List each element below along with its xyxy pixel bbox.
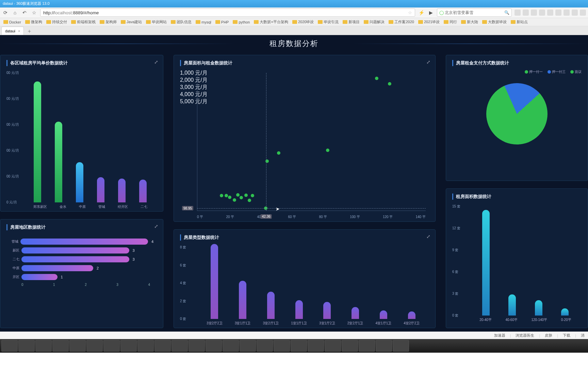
bookmark-item[interactable]: 大数据毕设	[481, 19, 508, 25]
bookmark-item[interactable]: 同行	[442, 19, 458, 25]
bookmark-item[interactable]: 新项目	[341, 19, 361, 25]
bar[interactable]	[118, 179, 126, 202]
ext-icon[interactable]	[539, 10, 545, 16]
search-input[interactable]: ◯ 北京初雪变暴雪 🔍	[437, 9, 512, 17]
bar[interactable]	[139, 180, 147, 202]
scatter-point[interactable]	[236, 193, 240, 197]
status-item[interactable]: 清	[581, 333, 585, 338]
bookmark-star-icon[interactable]: ☆	[408, 10, 412, 15]
ext-icon[interactable]	[523, 10, 529, 16]
star-icon[interactable]: ☆	[31, 9, 37, 16]
task-button[interactable]	[35, 340, 52, 352]
hbar[interactable]	[21, 256, 129, 262]
task-button[interactable]	[308, 340, 324, 352]
bar[interactable]	[97, 177, 104, 202]
task-button[interactable]	[393, 340, 409, 352]
bookmark-item[interactable]: python	[231, 20, 251, 24]
home-icon[interactable]: ⌂	[12, 9, 18, 16]
hbar[interactable]	[21, 265, 93, 271]
play-icon[interactable]: ▶	[427, 9, 434, 16]
hbar[interactable]	[20, 239, 148, 245]
task-button[interactable]	[69, 340, 86, 352]
browser-tab[interactable]: dataui ×	[1, 27, 24, 35]
scatter-point[interactable]	[277, 151, 280, 155]
scatter-point[interactable]	[233, 198, 236, 202]
task-button[interactable]	[189, 340, 205, 352]
task-button[interactable]	[376, 340, 392, 352]
bookmark-item[interactable]: 大数据+平台架构	[252, 19, 289, 25]
bookmark-item[interactable]: PHP	[214, 20, 230, 24]
bookmark-item[interactable]: 微架构	[24, 19, 44, 25]
task-button[interactable]	[172, 340, 188, 352]
bookmark-item[interactable]: 工作案2020	[387, 19, 415, 25]
status-item[interactable]: 下载	[563, 333, 570, 338]
reload-icon[interactable]: ⟳	[2, 9, 9, 16]
scatter-point[interactable]	[220, 194, 223, 197]
task-button[interactable]	[223, 340, 239, 352]
expand-icon[interactable]: ⤢	[426, 59, 430, 65]
expand-icon[interactable]: ⤢	[426, 234, 430, 239]
bookmark-item[interactable]: 架构师	[98, 19, 118, 25]
task-button[interactable]	[52, 340, 69, 352]
task-button[interactable]	[18, 340, 35, 352]
bar[interactable]	[535, 300, 542, 316]
ext-icon[interactable]	[572, 10, 578, 16]
scatter-point[interactable]	[326, 149, 329, 152]
expand-icon[interactable]: ⤢	[154, 59, 158, 65]
bar[interactable]	[211, 244, 218, 319]
new-tab-button[interactable]: +	[26, 28, 33, 35]
status-item[interactable]: 皮肤	[545, 333, 552, 338]
task-button[interactable]	[342, 340, 358, 352]
bar[interactable]	[76, 162, 83, 202]
bookmark-item[interactable]: 2021毕设	[417, 19, 441, 25]
bookmark-item[interactable]: mysql	[194, 20, 213, 24]
ext-icon[interactable]	[580, 10, 586, 16]
scatter-point[interactable]	[375, 77, 378, 80]
expand-icon[interactable]: ⤢	[154, 224, 158, 229]
bookmark-item[interactable]: 团队信息	[169, 19, 193, 25]
scatter-point[interactable]	[240, 196, 243, 199]
bookmark-item[interactable]: 前端框架栈	[70, 19, 97, 25]
scatter-point[interactable]	[388, 82, 391, 86]
bar[interactable]	[482, 210, 490, 316]
bar[interactable]	[380, 310, 387, 319]
ext-icon[interactable]	[514, 10, 521, 16]
scatter-point[interactable]	[225, 194, 228, 197]
task-button[interactable]	[359, 340, 375, 352]
bar[interactable]	[267, 292, 275, 319]
task-button[interactable]	[103, 340, 120, 352]
task-button[interactable]	[257, 340, 273, 352]
bar[interactable]	[561, 308, 569, 316]
bookmark-item[interactable]: 新站点	[509, 19, 529, 25]
task-button[interactable]	[325, 340, 341, 352]
bar[interactable]	[408, 311, 415, 319]
task-button[interactable]	[137, 340, 154, 352]
scatter-point[interactable]	[248, 199, 251, 202]
status-item[interactable]: 加速器	[494, 333, 505, 338]
task-button[interactable]	[154, 340, 171, 352]
bookmark-item[interactable]: 毕设引流	[316, 19, 340, 25]
bookmark-item[interactable]: Docker	[2, 20, 22, 24]
task-button[interactable]	[291, 340, 307, 352]
hbar[interactable]	[21, 247, 129, 254]
ext-icon[interactable]	[564, 10, 570, 16]
bookmark-item[interactable]: Java建站	[119, 19, 143, 25]
bar[interactable]	[295, 300, 303, 319]
task-button[interactable]	[120, 340, 137, 352]
bar[interactable]	[352, 307, 359, 319]
status-item[interactable]: 浏览器医生	[516, 333, 534, 338]
back-icon[interactable]: ↶	[21, 9, 28, 16]
bookmark-item[interactable]: 新大陆	[460, 19, 479, 25]
ext-icon[interactable]	[555, 10, 561, 16]
close-icon[interactable]: ×	[18, 29, 20, 33]
bookmark-item[interactable]: 持续交付	[45, 19, 68, 25]
bar[interactable]	[508, 294, 516, 316]
ext-icon[interactable]	[531, 10, 537, 16]
flash-icon[interactable]: ⚡	[418, 9, 425, 16]
bar[interactable]	[239, 281, 246, 319]
url-bar[interactable]: http:// localhost :8889/#/home ☆	[40, 9, 415, 17]
task-button[interactable]	[240, 340, 256, 352]
bookmark-item[interactable]: 毕设网站	[145, 19, 168, 25]
search-icon[interactable]: 🔍	[504, 10, 509, 15]
task-button[interactable]	[1, 340, 18, 352]
